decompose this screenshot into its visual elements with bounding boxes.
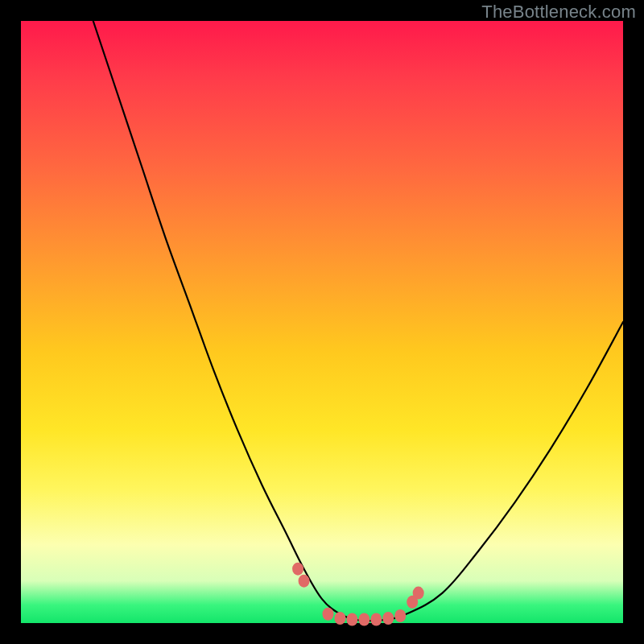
- highlight-dot: [394, 609, 406, 622]
- highlight-dot: [334, 612, 345, 625]
- chart-svg: [21, 21, 623, 623]
- highlight-dots-group: [292, 563, 424, 626]
- highlight-dot: [382, 612, 394, 625]
- highlight-dot: [299, 575, 310, 588]
- highlight-dot: [322, 608, 333, 621]
- highlight-dot: [292, 563, 303, 576]
- outer-frame: TheBottleneck.com: [0, 0, 644, 644]
- highlight-dot: [346, 613, 357, 626]
- watermark-text: TheBottleneck.com: [481, 2, 636, 23]
- highlight-dot: [358, 613, 369, 626]
- chart-plot-area: [21, 21, 623, 623]
- bottleneck-curve: [93, 21, 623, 621]
- highlight-dot: [413, 587, 424, 600]
- highlight-dot: [370, 613, 382, 626]
